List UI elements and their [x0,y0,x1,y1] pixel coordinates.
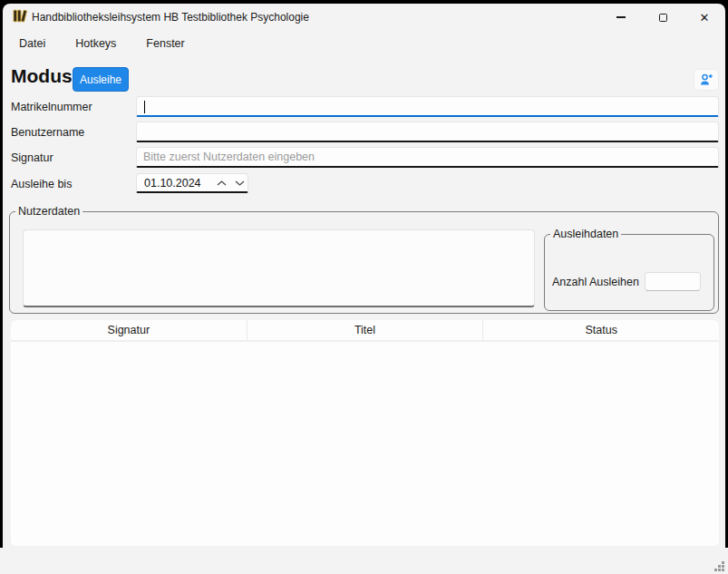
nutzerdaten-textarea[interactable] [23,229,535,307]
table-header-row: Signatur Titel Status [11,320,719,342]
menu-datei[interactable]: Datei [16,34,48,53]
matrikelnummer-label: Matrikelnummer [11,101,92,113]
ausleihe-bis-label: Ausleihe bis [11,178,72,190]
person-add-icon [699,73,713,86]
ausleihe-mode-button[interactable]: Ausleihe [73,67,129,92]
menubar: Datei Hotkeys Fenster [16,33,188,54]
menu-hotkeys[interactable]: Hotkeys [73,34,119,53]
menu-fenster[interactable]: Fenster [143,34,187,53]
matrikelnummer-input[interactable] [137,97,718,115]
date-value: 01.10.2024 [137,177,201,190]
signatur-input[interactable] [137,148,718,166]
ausleihe-bis-datepicker[interactable]: 01.10.2024 [136,173,248,193]
benutzername-input[interactable] [137,122,718,141]
screen: Handbibliotheksleihsystem HB Testbibliot… [0,0,728,574]
maximize-button[interactable] [642,4,684,31]
close-button[interactable]: ✕ [684,4,725,31]
matrikelnummer-field [136,96,719,117]
window-controls: ✕ [600,4,725,31]
chevron-down-icon [235,180,245,186]
minimize-button[interactable] [600,4,642,31]
minimize-icon [616,16,626,17]
mode-heading: Modus [11,65,73,87]
loans-table: Signatur Titel Status [11,320,719,546]
window-title: Handbibliotheksleihsystem HB Testbibliot… [32,4,309,31]
window-bottom-edge [0,548,728,574]
table-body-empty [11,342,719,544]
nutzerdaten-groupbox: Nutzerdaten Ausleihdaten Anzahl Ausleihe… [9,205,719,314]
resize-grip[interactable] [713,560,725,572]
text-caret [144,101,145,113]
add-user-button[interactable] [694,69,719,91]
books-icon [13,8,28,24]
titlebar: Handbibliotheksleihsystem HB Testbibliot… [3,4,725,31]
chevron-up-icon [217,180,227,186]
column-header-signatur[interactable]: Signatur [11,320,248,340]
benutzername-label: Benutzername [11,126,84,139]
nutzerdaten-title: Nutzerdaten [15,205,83,218]
column-header-status[interactable]: Status [483,320,719,340]
date-decrement-button[interactable] [231,175,248,191]
date-increment-button[interactable] [214,175,230,191]
anzahl-ausleihen-label: Anzahl Ausleihen [552,276,639,288]
anzahl-ausleihen-input[interactable] [645,272,701,291]
app-window: Handbibliotheksleihsystem HB Testbibliot… [3,4,725,574]
maximize-icon [659,14,667,22]
benutzername-field [136,122,719,142]
signatur-label: Signatur [11,151,53,164]
column-header-titel[interactable]: Titel [248,320,484,340]
ausleihdaten-groupbox: Ausleihdaten Anzahl Ausleihen [544,228,714,311]
ausleihdaten-title: Ausleihdaten [550,228,621,240]
close-icon: ✕ [700,12,710,24]
signatur-field [136,147,719,168]
